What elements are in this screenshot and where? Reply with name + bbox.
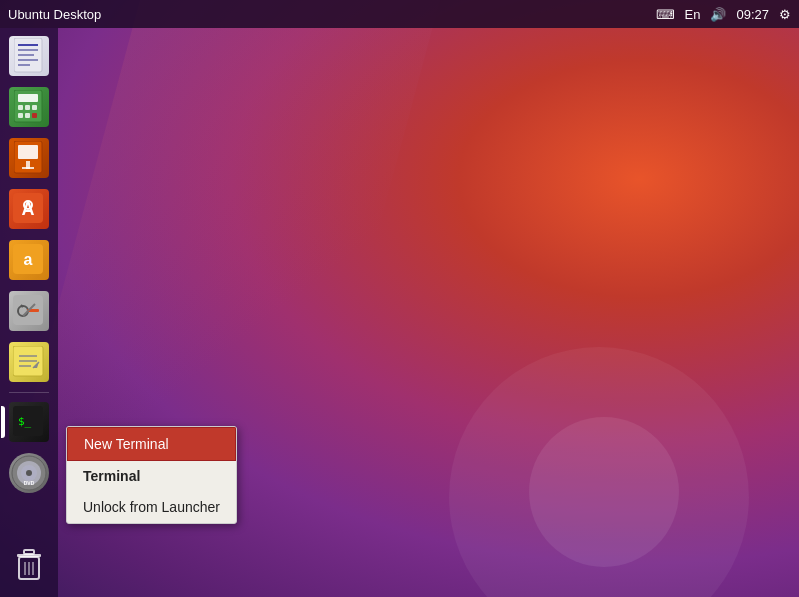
svg-rect-1 [18, 44, 38, 46]
context-menu-unlock[interactable]: Unlock from Launcher [67, 491, 236, 523]
launcher-item-calc[interactable] [5, 83, 53, 131]
svg-text:DVD: DVD [24, 480, 35, 486]
calc-icon [9, 87, 49, 127]
svg-text:$_: $_ [18, 415, 32, 428]
impress-icon [9, 138, 49, 178]
svg-rect-41 [24, 550, 34, 554]
svg-rect-12 [25, 113, 30, 118]
context-menu: New Terminal Terminal Unlock from Launch… [66, 426, 237, 524]
volume-icon[interactable]: 🔊 [710, 7, 726, 22]
top-panel: Ubuntu Desktop ⌨ En 🔊 09:27 ⚙ [0, 0, 799, 28]
svg-rect-10 [32, 105, 37, 110]
svg-rect-5 [18, 64, 30, 66]
writer-icon [9, 36, 49, 76]
panel-title: Ubuntu Desktop [8, 7, 101, 22]
terminal-icon: $_ [9, 402, 49, 442]
launcher-item-dvd[interactable]: DVD [5, 449, 53, 497]
launcher-item-amazon[interactable]: a [5, 236, 53, 284]
svg-rect-2 [18, 49, 38, 51]
launcher-item-system-tools[interactable] [5, 287, 53, 335]
svg-rect-11 [18, 113, 23, 118]
ubuntu-store-icon: A [9, 189, 49, 229]
settings-icon[interactable]: ⚙ [779, 7, 791, 22]
svg-rect-13 [32, 113, 37, 118]
launcher-item-ubuntu-store[interactable]: A [5, 185, 53, 233]
amazon-icon: a [9, 240, 49, 280]
svg-point-37 [26, 470, 32, 476]
panel-left: Ubuntu Desktop [8, 7, 101, 22]
svg-rect-7 [18, 94, 38, 102]
context-menu-terminal-label: Terminal [67, 461, 236, 491]
svg-rect-8 [18, 105, 23, 110]
launcher-separator [9, 392, 49, 393]
svg-rect-15 [18, 145, 38, 159]
language-indicator[interactable]: En [685, 7, 701, 22]
svg-rect-17 [22, 167, 34, 169]
notes-icon [9, 342, 49, 382]
system-tools-icon [9, 291, 49, 331]
clock: 09:27 [736, 7, 769, 22]
dvd-icon: DVD [9, 453, 49, 493]
launcher-item-notes[interactable] [5, 338, 53, 386]
launcher: A a [0, 28, 58, 597]
trash-icon [9, 545, 49, 585]
context-menu-new-terminal[interactable]: New Terminal [67, 427, 236, 461]
panel-right: ⌨ En 🔊 09:27 ⚙ [656, 7, 791, 22]
svg-rect-3 [18, 54, 34, 56]
launcher-item-trash[interactable] [5, 541, 53, 589]
launcher-item-terminal[interactable]: $_ [5, 398, 53, 446]
svg-rect-9 [25, 105, 30, 110]
svg-rect-4 [18, 59, 38, 61]
launcher-item-writer[interactable] [5, 32, 53, 80]
launcher-item-impress[interactable] [5, 134, 53, 182]
svg-text:a: a [24, 251, 33, 268]
svg-line-25 [21, 305, 23, 307]
keyboard-icon[interactable]: ⌨ [656, 7, 675, 22]
